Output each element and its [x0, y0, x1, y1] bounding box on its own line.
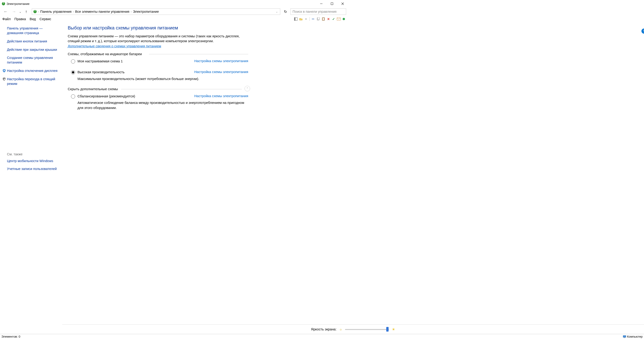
breadcrumb-sep: ›	[130, 10, 132, 13]
content-area: Панель управления — домашняя страница Де…	[0, 22, 348, 178]
svg-rect-3	[331, 3, 333, 5]
breadcrumb-seg-2-label: Все элементы панели управления	[75, 10, 130, 13]
breadcrumb-seg-1[interactable]: Панель управления	[39, 8, 72, 14]
toolbar-extra: ▼ ✂ ✕ ✓	[294, 17, 348, 21]
address-bar[interactable]: › Панель управления › Все элементы панел…	[32, 8, 280, 15]
radio-custom1[interactable]	[71, 59, 75, 63]
breadcrumb-seg-3-label: Электропитание	[133, 10, 159, 13]
addressbar-icon	[33, 9, 37, 14]
menu-edit[interactable]: Правка	[12, 17, 28, 21]
plan-label-custom1[interactable]: Моя настраиваемая схема 1	[78, 59, 123, 64]
copy-icon[interactable]	[316, 17, 320, 21]
group-battery-label: Схемы, отображаемые на индикаторе батаре…	[68, 52, 142, 56]
menu-file[interactable]: Файл	[0, 17, 12, 21]
menu-view[interactable]: Вид	[28, 17, 38, 21]
config-link-custom1[interactable]: Настройка схемы электропитания	[194, 59, 248, 63]
svg-point-15	[343, 18, 345, 20]
plan-row-highperf: Высокая производительность Настройка схе…	[68, 70, 248, 76]
config-link-balanced[interactable]: Настройка схемы электропитания	[194, 94, 248, 98]
panel-toggle-icon[interactable]	[294, 17, 298, 21]
toolbar-separator	[310, 17, 310, 21]
radio-highperf[interactable]	[71, 70, 75, 74]
sidebar-link-accounts[interactable]: Учетные записи пользователей	[2, 167, 60, 171]
page-heading: Выбор или настройка схемы управления пит…	[68, 25, 248, 31]
address-dropdown[interactable]: ⌄	[274, 10, 279, 13]
search-placeholder: Поиск в панели управления	[292, 10, 336, 13]
titlebar: Электропитание	[0, 0, 348, 7]
search-input[interactable]: Поиск в панели управления	[290, 8, 346, 15]
shield-display-icon	[2, 69, 6, 73]
shield-sleep-icon	[2, 77, 6, 81]
menu-service[interactable]: Сервис	[38, 17, 53, 21]
plan-desc-highperf: Максимальная производительность (может п…	[68, 76, 248, 81]
breadcrumb-seg-3[interactable]: Электропитание	[132, 8, 160, 14]
forward-button[interactable]: →	[10, 8, 18, 15]
plan-row-balanced: Сбалансированная (рекомендуется) Настрой…	[68, 94, 248, 101]
sidebar-link-sleep-label: Настройка перехода в спящий режим	[7, 77, 55, 85]
svg-rect-1	[3, 2, 4, 3]
breadcrumb-sep: ›	[38, 10, 39, 13]
close-button[interactable]	[337, 0, 348, 7]
svg-rect-13	[323, 18, 324, 20]
sidebar-link-home[interactable]: Панель управления — домашняя страница	[2, 26, 60, 35]
plan-desc-balanced: Автоматическое соблюдение баланса между …	[68, 100, 248, 110]
cut-icon[interactable]: ✂	[311, 17, 316, 21]
minimize-button[interactable]	[316, 0, 327, 7]
new-folder-icon[interactable]	[298, 17, 303, 21]
sidebar-link-buttons[interactable]: Действия кнопок питания	[2, 39, 60, 44]
refresh-sync-icon[interactable]	[342, 17, 346, 21]
svg-rect-11	[318, 17, 320, 20]
group-battery-title: Схемы, отображаемые на индикаторе батаре…	[68, 52, 248, 56]
sidebar-link-sleep[interactable]: Настройка перехода в спящий режим	[2, 77, 60, 86]
nav-toolbar: ← → ⌄ ↑ › Панель управления › Все элемен…	[0, 7, 348, 16]
sidebar: Панель управления — домашняя страница Де…	[0, 22, 62, 178]
plan-label-balanced[interactable]: Сбалансированная (рекомендуется)	[78, 94, 135, 99]
see-also-label: См. также	[7, 152, 60, 156]
mail-icon[interactable]	[336, 17, 341, 21]
breadcrumb-sep: ›	[72, 10, 74, 13]
radio-balanced[interactable]	[71, 94, 75, 98]
config-link-highperf[interactable]: Настройка схемы электропитания	[194, 70, 248, 74]
main-panel: Выбор или настройка схемы управления пит…	[62, 22, 252, 178]
dropdown-arrow-icon[interactable]: ▼	[304, 17, 308, 21]
sidebar-link-lid[interactable]: Действие при закрытии крышки	[2, 47, 60, 52]
plan-row-custom1: Моя настраиваемая схема 1 Настройка схем…	[68, 59, 248, 66]
page-description: Схема управления питанием — это набор па…	[68, 34, 248, 44]
confirm-icon[interactable]: ✓	[331, 17, 336, 21]
power-icon	[2, 1, 6, 6]
refresh-button[interactable]: ↻	[282, 8, 288, 15]
group-extra-title: Скрыть дополнительные схемы ⌃	[68, 87, 248, 91]
sidebar-link-display[interactable]: Настройка отключения дисплея	[2, 69, 60, 73]
breadcrumb-seg-2[interactable]: Все элементы панели управления	[74, 8, 130, 14]
svg-point-16	[4, 70, 5, 71]
window-controls	[316, 0, 348, 7]
back-button[interactable]: ←	[2, 8, 9, 15]
maximize-button[interactable]	[327, 0, 337, 7]
sidebar-link-create[interactable]: Создание схемы управления питанием	[2, 56, 60, 65]
plan-label-highperf[interactable]: Высокая производительность	[78, 70, 124, 75]
learn-more-link[interactable]: Дополнительные сведения о схемах управле…	[68, 44, 161, 48]
menu-bar: Файл Правка Вид Сервис ▼ ✂ ✕ ✓	[0, 16, 348, 22]
group-extra-label: Скрыть дополнительные схемы	[68, 87, 118, 91]
up-button[interactable]: ↑	[23, 8, 30, 15]
window-title: Электропитание	[6, 2, 30, 5]
breadcrumb-seg-1-label: Панель управления	[40, 10, 72, 13]
sidebar-link-display-label: Настройка отключения дисплея	[7, 69, 58, 73]
history-dropdown[interactable]: ⌄	[18, 10, 22, 13]
collapse-button[interactable]: ⌃	[244, 86, 250, 91]
svg-rect-9	[294, 18, 296, 21]
svg-rect-7	[35, 10, 35, 11]
paste-icon[interactable]	[321, 17, 326, 21]
sidebar-link-mobility[interactable]: Центр мобильности Windows	[2, 159, 60, 163]
delete-icon[interactable]: ✕	[326, 17, 331, 21]
